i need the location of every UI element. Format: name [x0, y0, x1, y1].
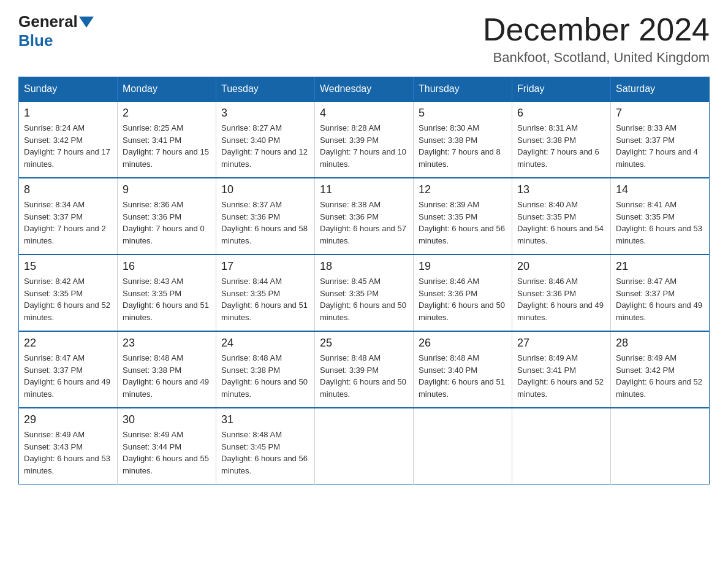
day-info: Sunrise: 8:24 AM Sunset: 3:42 PM Dayligh…: [24, 122, 112, 170]
calendar-cell: 10 Sunrise: 8:37 AM Sunset: 3:36 PM Dayl…: [216, 178, 315, 255]
weekday-header-sunday: Sunday: [19, 77, 118, 102]
day-info: Sunrise: 8:31 AM Sunset: 3:38 PM Dayligh…: [517, 122, 605, 170]
weekday-header-friday: Friday: [512, 77, 611, 102]
calendar-cell: 29 Sunrise: 8:49 AM Sunset: 3:43 PM Dayl…: [19, 408, 118, 484]
calendar-cell: 30 Sunrise: 8:49 AM Sunset: 3:44 PM Dayl…: [118, 408, 216, 484]
calendar-cell: 14 Sunrise: 8:41 AM Sunset: 3:35 PM Dayl…: [611, 178, 710, 255]
day-number: 6: [517, 107, 605, 120]
day-info: Sunrise: 8:47 AM Sunset: 3:37 PM Dayligh…: [616, 275, 704, 323]
day-info: Sunrise: 8:27 AM Sunset: 3:40 PM Dayligh…: [221, 122, 309, 170]
calendar-cell: 18 Sunrise: 8:45 AM Sunset: 3:35 PM Dayl…: [315, 255, 414, 331]
logo: General Blue: [18, 12, 95, 50]
weekday-header-thursday: Thursday: [414, 77, 512, 102]
calendar-cell: 24 Sunrise: 8:48 AM Sunset: 3:38 PM Dayl…: [216, 331, 315, 408]
day-number: 24: [221, 337, 309, 350]
day-number: 14: [616, 183, 704, 196]
day-number: 19: [419, 260, 507, 273]
day-number: 5: [419, 107, 507, 120]
calendar-table: SundayMondayTuesdayWednesdayThursdayFrid…: [18, 77, 710, 484]
day-info: Sunrise: 8:28 AM Sunset: 3:39 PM Dayligh…: [320, 122, 408, 170]
location-subtitle: Bankfoot, Scotland, United Kingdom: [483, 50, 710, 66]
day-number: 4: [320, 107, 408, 120]
calendar-cell: 6 Sunrise: 8:31 AM Sunset: 3:38 PM Dayli…: [512, 101, 611, 178]
weekday-header-saturday: Saturday: [611, 77, 710, 102]
day-number: 18: [320, 260, 408, 273]
day-info: Sunrise: 8:49 AM Sunset: 3:42 PM Dayligh…: [616, 352, 704, 400]
day-number: 16: [123, 260, 211, 273]
weekday-header-row: SundayMondayTuesdayWednesdayThursdayFrid…: [19, 77, 710, 102]
day-number: 20: [517, 260, 605, 273]
day-number: 11: [320, 183, 408, 196]
day-info: Sunrise: 8:48 AM Sunset: 3:45 PM Dayligh…: [221, 429, 309, 477]
day-info: Sunrise: 8:47 AM Sunset: 3:37 PM Dayligh…: [24, 352, 112, 400]
calendar-cell: 27 Sunrise: 8:49 AM Sunset: 3:41 PM Dayl…: [512, 331, 611, 408]
calendar-cell: 17 Sunrise: 8:44 AM Sunset: 3:35 PM Dayl…: [216, 255, 315, 331]
day-number: 22: [24, 337, 112, 350]
day-number: 7: [616, 107, 704, 120]
day-number: 17: [221, 260, 309, 273]
day-number: 29: [24, 413, 112, 426]
day-info: Sunrise: 8:40 AM Sunset: 3:35 PM Dayligh…: [517, 199, 605, 247]
day-info: Sunrise: 8:44 AM Sunset: 3:35 PM Dayligh…: [221, 275, 309, 323]
calendar-cell: 22 Sunrise: 8:47 AM Sunset: 3:37 PM Dayl…: [19, 331, 118, 408]
calendar-week-row: 29 Sunrise: 8:49 AM Sunset: 3:43 PM Dayl…: [19, 408, 710, 484]
calendar-cell: 12 Sunrise: 8:39 AM Sunset: 3:35 PM Dayl…: [414, 178, 512, 255]
calendar-cell: 28 Sunrise: 8:49 AM Sunset: 3:42 PM Dayl…: [611, 331, 710, 408]
calendar-cell: 19 Sunrise: 8:46 AM Sunset: 3:36 PM Dayl…: [414, 255, 512, 331]
day-info: Sunrise: 8:48 AM Sunset: 3:38 PM Dayligh…: [123, 352, 211, 400]
calendar-week-row: 15 Sunrise: 8:42 AM Sunset: 3:35 PM Dayl…: [19, 255, 710, 331]
day-number: 9: [123, 183, 211, 196]
calendar-cell: 31 Sunrise: 8:48 AM Sunset: 3:45 PM Dayl…: [216, 408, 315, 484]
calendar-cell: 9 Sunrise: 8:36 AM Sunset: 3:36 PM Dayli…: [118, 178, 216, 255]
day-number: 8: [24, 183, 112, 196]
day-info: Sunrise: 8:48 AM Sunset: 3:40 PM Dayligh…: [419, 352, 507, 400]
calendar-cell: 11 Sunrise: 8:38 AM Sunset: 3:36 PM Dayl…: [315, 178, 414, 255]
calendar-cell: 25 Sunrise: 8:48 AM Sunset: 3:39 PM Dayl…: [315, 331, 414, 408]
calendar-week-row: 22 Sunrise: 8:47 AM Sunset: 3:37 PM Dayl…: [19, 331, 710, 408]
calendar-cell: 13 Sunrise: 8:40 AM Sunset: 3:35 PM Dayl…: [512, 178, 611, 255]
weekday-header-monday: Monday: [118, 77, 216, 102]
day-info: Sunrise: 8:39 AM Sunset: 3:35 PM Dayligh…: [419, 199, 507, 247]
calendar-cell: [315, 408, 414, 484]
month-title: December 2024: [483, 12, 710, 47]
calendar-cell: 4 Sunrise: 8:28 AM Sunset: 3:39 PM Dayli…: [315, 101, 414, 178]
day-info: Sunrise: 8:46 AM Sunset: 3:36 PM Dayligh…: [419, 275, 507, 323]
day-info: Sunrise: 8:48 AM Sunset: 3:39 PM Dayligh…: [320, 352, 408, 400]
day-info: Sunrise: 8:43 AM Sunset: 3:35 PM Dayligh…: [123, 275, 211, 323]
calendar-cell: 15 Sunrise: 8:42 AM Sunset: 3:35 PM Dayl…: [19, 255, 118, 331]
calendar-cell: 2 Sunrise: 8:25 AM Sunset: 3:41 PM Dayli…: [118, 101, 216, 178]
day-number: 25: [320, 337, 408, 350]
day-info: Sunrise: 8:42 AM Sunset: 3:35 PM Dayligh…: [24, 275, 112, 323]
day-number: 2: [123, 107, 211, 120]
day-info: Sunrise: 8:33 AM Sunset: 3:37 PM Dayligh…: [616, 122, 704, 170]
day-number: 30: [123, 413, 211, 426]
page-header: General Blue December 2024 Bankfoot, Sco…: [18, 12, 710, 66]
logo-blue-text: Blue: [18, 31, 53, 50]
calendar-cell: 21 Sunrise: 8:47 AM Sunset: 3:37 PM Dayl…: [611, 255, 710, 331]
calendar-week-row: 8 Sunrise: 8:34 AM Sunset: 3:37 PM Dayli…: [19, 178, 710, 255]
logo-arrow-icon: [79, 17, 94, 28]
calendar-cell: [611, 408, 710, 484]
calendar-cell: 5 Sunrise: 8:30 AM Sunset: 3:38 PM Dayli…: [414, 101, 512, 178]
calendar-cell: 8 Sunrise: 8:34 AM Sunset: 3:37 PM Dayli…: [19, 178, 118, 255]
calendar-cell: [512, 408, 611, 484]
day-info: Sunrise: 8:36 AM Sunset: 3:36 PM Dayligh…: [123, 199, 211, 247]
day-info: Sunrise: 8:25 AM Sunset: 3:41 PM Dayligh…: [123, 122, 211, 170]
weekday-header-wednesday: Wednesday: [315, 77, 414, 102]
day-info: Sunrise: 8:45 AM Sunset: 3:35 PM Dayligh…: [320, 275, 408, 323]
day-info: Sunrise: 8:41 AM Sunset: 3:35 PM Dayligh…: [616, 199, 704, 247]
day-info: Sunrise: 8:46 AM Sunset: 3:36 PM Dayligh…: [517, 275, 605, 323]
calendar-cell: 7 Sunrise: 8:33 AM Sunset: 3:37 PM Dayli…: [611, 101, 710, 178]
calendar-cell: 16 Sunrise: 8:43 AM Sunset: 3:35 PM Dayl…: [118, 255, 216, 331]
title-block: December 2024 Bankfoot, Scotland, United…: [483, 12, 710, 66]
day-info: Sunrise: 8:37 AM Sunset: 3:36 PM Dayligh…: [221, 199, 309, 247]
day-info: Sunrise: 8:48 AM Sunset: 3:38 PM Dayligh…: [221, 352, 309, 400]
day-number: 13: [517, 183, 605, 196]
calendar-cell: 23 Sunrise: 8:48 AM Sunset: 3:38 PM Dayl…: [118, 331, 216, 408]
day-info: Sunrise: 8:34 AM Sunset: 3:37 PM Dayligh…: [24, 199, 112, 247]
day-number: 15: [24, 260, 112, 273]
day-info: Sunrise: 8:49 AM Sunset: 3:43 PM Dayligh…: [24, 429, 112, 477]
day-number: 12: [419, 183, 507, 196]
calendar-cell: [414, 408, 512, 484]
day-number: 28: [616, 337, 704, 350]
